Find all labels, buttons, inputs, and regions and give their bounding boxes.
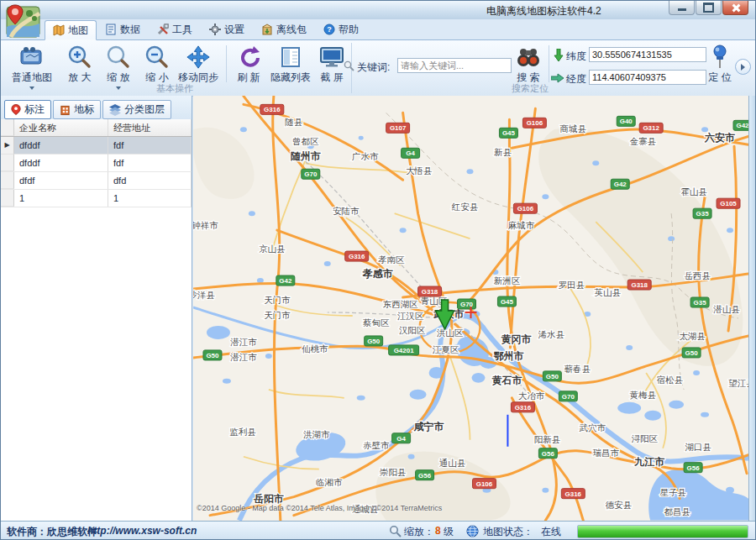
tab-help[interactable]: ? 帮助: [315, 19, 367, 39]
map-place-label: 咸宁市: [413, 421, 444, 433]
svg-text:G35: G35: [696, 210, 710, 218]
map-place-label: 红安县: [451, 202, 479, 212]
cell-company-name[interactable]: 1: [14, 190, 108, 207]
app-icon[interactable]: [4, 2, 41, 42]
cell-business-address[interactable]: 1: [108, 190, 192, 207]
search-button[interactable]: 搜 索: [510, 43, 547, 85]
zoom-level-value: 8: [435, 525, 441, 537]
tab-offline-package[interactable]: 离线包: [253, 19, 315, 39]
map-tab-icon: [53, 24, 65, 36]
cell-business-address[interactable]: fdf: [108, 137, 192, 155]
map-place-label: 都昌县: [664, 507, 690, 516]
cell-company-name[interactable]: dfddf: [14, 137, 108, 155]
table-row[interactable]: dfddffdf: [1, 155, 192, 172]
road-shield: G70: [458, 299, 476, 309]
minimize-button[interactable]: [669, 1, 695, 15]
title-bar[interactable]: 电脑离线地图标注软件4.2: [1, 1, 755, 19]
keyword-input[interactable]: [397, 58, 512, 73]
svg-text:G4201: G4201: [394, 347, 414, 354]
ribbon-expand-button[interactable]: [735, 59, 751, 75]
map-attribution: ©2014 Google - Map data ©2014 Tele Atlas…: [197, 504, 442, 512]
window-title: 电脑离线地图标注软件4.2: [486, 4, 601, 18]
refresh-icon: [236, 45, 261, 70]
svg-text:?: ?: [327, 25, 332, 34]
ribbon-separator: [226, 45, 227, 82]
road-shield: G316: [260, 104, 284, 114]
tab-data[interactable]: 数据: [97, 19, 149, 39]
pushpin-icon: [710, 45, 730, 70]
road-shield: G312: [639, 123, 663, 133]
map-pin-logo-icon: [4, 2, 41, 39]
cell-business-address[interactable]: dfd: [108, 172, 192, 189]
map-place-label: 安陆市: [333, 206, 360, 216]
column-business-address[interactable]: 经营地址: [108, 119, 192, 136]
road-shield: G106: [522, 118, 546, 128]
map-canvas[interactable]: 随县曾都区随州市广水市大悟县安陆市红安县钟祥市京山县孝南区孝感市沙洋县天门市天门…: [193, 96, 748, 521]
close-button[interactable]: [722, 1, 748, 15]
tab-layers[interactable]: 分类图层: [102, 100, 171, 119]
road-shield: G35: [690, 297, 709, 307]
map-place-label: 金寨县: [629, 136, 656, 146]
svg-text:G50: G50: [546, 373, 559, 380]
map-place-label: 潜江市: [230, 353, 257, 362]
move-sync-button[interactable]: 移动同步: [174, 43, 223, 85]
landmark-icon: [60, 104, 71, 116]
window-right-border: [748, 96, 756, 521]
zoom-out-button[interactable]: 缩 小: [139, 43, 176, 85]
maximize-button[interactable]: [696, 1, 722, 15]
svg-text:G106: G106: [527, 119, 543, 127]
tab-map[interactable]: 地图: [45, 20, 97, 40]
road-shield: G70: [302, 169, 320, 179]
sidebar: 标注 地标 分类图层 企业名称 经营地址 ▶dfddffdfdfddffdfdf…: [1, 96, 192, 521]
tab-settings[interactable]: 设置: [201, 19, 253, 39]
zoom-in-icon: [67, 45, 92, 70]
map-place-label: 太湖县: [679, 332, 706, 341]
tab-offline-package-label: 离线包: [276, 23, 307, 37]
binoculars-icon: [517, 45, 540, 69]
table-row[interactable]: ▶dfddffdf: [1, 137, 192, 155]
cell-company-name[interactable]: dfdf: [14, 172, 108, 189]
tab-annotation-label: 标注: [24, 102, 45, 117]
map-place-label: 洪山区: [437, 328, 464, 338]
cell-company-name[interactable]: dfddf: [14, 155, 108, 171]
zoom-in-button[interactable]: 放 大: [61, 43, 98, 85]
map-place-label: 瑞昌市: [593, 448, 620, 458]
map-place-label: 曾都区: [292, 137, 319, 146]
locate-button[interactable]: 定 位: [705, 43, 735, 85]
map-place-label: 六安市: [704, 132, 735, 144]
locate-label: 定 位: [708, 71, 731, 83]
svg-text:G50: G50: [206, 352, 219, 359]
tab-annotation[interactable]: 标注: [4, 100, 51, 119]
tab-help-label: 帮助: [339, 23, 359, 37]
svg-text:G50: G50: [685, 349, 699, 357]
map-place-label: 商城县: [560, 124, 587, 134]
layers-icon: [109, 104, 121, 116]
hide-list-button[interactable]: 隐藏列表: [268, 43, 313, 85]
map-place-label: 江汉区: [397, 312, 424, 321]
table-row[interactable]: 11: [1, 190, 192, 207]
zoom-out-label: 缩 小: [145, 71, 168, 83]
road-shield: G56: [684, 463, 702, 473]
cell-business-address[interactable]: fdf: [108, 155, 192, 171]
zoom-label: 缩 放: [107, 71, 129, 83]
svg-text:G316: G316: [349, 253, 365, 260]
road-shield: G40: [617, 116, 635, 126]
table-row[interactable]: dfdfdfd: [1, 172, 192, 190]
tab-landmark[interactable]: 地标: [53, 100, 101, 119]
help-tab-icon: ?: [323, 24, 335, 35]
map-place-label: 岳西县: [684, 271, 711, 280]
latitude-input[interactable]: [589, 47, 706, 62]
map-place-label: 潜山县: [713, 305, 740, 314]
row-marker: [1, 172, 14, 189]
move-sync-icon: [186, 45, 211, 70]
offline-package-tab-icon: [261, 24, 273, 35]
map-place-label: 赤壁市: [363, 441, 390, 450]
close-icon: [732, 4, 740, 12]
tab-tools[interactable]: 工具: [149, 19, 201, 39]
map-place-label: 孝南区: [378, 255, 405, 265]
sidebar-tabs: 标注 地标 分类图层: [1, 96, 192, 121]
map-place-label: 浠水县: [538, 330, 565, 339]
refresh-button[interactable]: 刷 新: [231, 43, 266, 85]
column-company-name[interactable]: 企业名称: [14, 119, 108, 136]
vendor-url[interactable]: http://www.xsw-soft.cn: [87, 525, 197, 537]
